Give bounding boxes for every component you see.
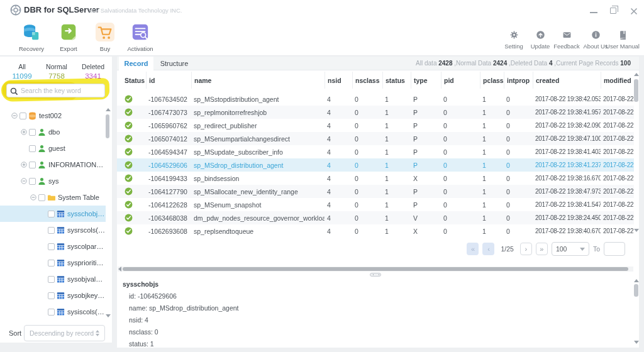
tree-checkbox[interactable] [48,276,55,283]
tree-item[interactable]: sysschobjs(2428) [0,206,106,222]
close-button[interactable] [630,8,638,15]
page-indicator: 1/25 [501,245,513,253]
column-header-nsclass[interactable]: nsclass [352,72,382,89]
cell-id: -1064122628 [146,198,191,211]
detail-vertical-scrollbar[interactable] [634,278,639,347]
cell-name: sp_MSenumpartialchangesdirect [191,132,325,145]
column-header-pid[interactable]: pid [441,72,480,89]
stat-all[interactable]: All 11099 [4,63,40,80]
tree-checkbox[interactable] [48,292,55,299]
column-header-pclass[interactable]: pclass [480,72,504,89]
expand-toggle-icon[interactable] [21,129,27,135]
column-header-created[interactable]: created [533,72,601,89]
search-box[interactable] [6,84,105,97]
recovery-icon [22,23,41,41]
tree-item[interactable]: dbo [0,124,106,140]
toolbar-recovery-button[interactable]: Recovery [12,23,51,52]
user-icon [38,145,46,153]
prev-page-button[interactable]: ‹ [482,243,494,255]
table-vertical-scrollbar[interactable] [634,72,639,234]
toolbar-export-button[interactable]: Export [49,23,88,52]
column-header-nsid[interactable]: nsid [325,72,352,89]
cell-name: sp_MSstopdistribution_agent [191,92,325,106]
search-input[interactable] [21,87,96,94]
app-logo-icon [10,4,21,16]
tree-checkbox[interactable] [48,227,55,234]
cell-pid: 0 [441,106,480,119]
collapse-toggle-icon[interactable] [30,194,36,201]
toolbar-user-manual-button[interactable]: User Manual [605,30,640,50]
table-row[interactable]: -1067634502sp_MSstopdistribution_agent40… [117,92,634,106]
column-header-id[interactable]: id [146,72,191,89]
collapse-toggle-icon[interactable] [21,178,27,184]
column-header-status[interactable]: Status [117,72,146,89]
tree-item[interactable]: INFORMATION_SCHEMA [0,157,106,173]
column-header-intprop[interactable]: intprop [504,72,533,89]
table-row[interactable]: -1065074012sp_MSenumpartialchangesdirect… [117,132,634,145]
column-header-type[interactable]: type [411,72,441,89]
table-row[interactable]: -1064199433sp_bindsession401X0102017-08-… [117,172,634,185]
tree-item[interactable]: sysiscols(653) [0,304,106,320]
tree-checkbox[interactable] [48,260,55,267]
cell-nsclass: 0 [352,92,382,106]
cell-intprop: 0 [504,198,533,211]
column-header-status[interactable]: status [382,72,411,89]
tree-checkbox[interactable] [48,309,55,316]
tree-checkbox[interactable] [29,162,36,168]
tree-checkbox[interactable] [48,211,55,217]
toolbar-buy-button[interactable]: Buy [86,23,125,52]
tree-item[interactable]: syspriorities(688) [0,255,106,271]
first-page-button[interactable]: « [467,243,479,255]
table-row[interactable]: -1064529606sp_MSdrop_distribution_agent4… [117,158,634,172]
expand-toggle-icon[interactable] [21,162,27,168]
page-size-select[interactable]: 100 [552,242,589,256]
tree-checkbox[interactable] [29,129,36,136]
tab-record[interactable]: Record [119,57,153,70]
tree-item[interactable]: sysobjkeycrypts(... [0,287,106,304]
table-row[interactable]: -1063468038dm_pdw_nodes_resource_governo… [117,211,634,224]
sort-dropdown[interactable]: Descending by record [24,325,105,341]
maximize-button[interactable] [610,8,616,14]
toolbar-activation-button[interactable]: Activation [121,23,160,52]
column-header-name[interactable]: name [191,72,325,89]
panel-splitter-handle[interactable] [370,273,381,277]
tree-item[interactable]: guest [0,140,106,157]
stat-normal[interactable]: Normal 7758 [39,63,74,80]
expander-spacer [40,211,46,217]
table-row[interactable]: -1064594347sp_MSupdate_subscriber_info40… [117,145,634,158]
tree-checkbox[interactable] [48,243,55,250]
buy-icon [96,23,114,41]
tree-checkbox[interactable] [29,145,36,152]
table-row[interactable]: -1062693608sp_replsendtoqueue401X0102017… [117,224,634,238]
table-row[interactable]: -1065960762sp_redirect_publisher401P0102… [117,119,634,132]
column-header-modified[interactable]: modified [601,72,634,89]
goto-page-input[interactable] [604,242,625,256]
cell-pid: 0 [441,185,480,198]
tree-checkbox[interactable] [29,178,36,185]
horizontal-scrollbar[interactable] [118,267,633,272]
tree-item[interactable]: test002 [0,107,106,124]
tree-item[interactable]: System Table [0,189,106,206]
tree-checkbox[interactable] [19,113,26,119]
tab-structure[interactable]: Structure [153,57,195,70]
stat-deleted[interactable]: Deleted 3341 [75,63,111,80]
cell-nsclass: 0 [352,132,382,145]
minimize-button[interactable] [590,8,597,13]
tab-strip: Record Structure All data 2428 ,Normal D… [117,57,639,70]
cell-nsid: 4 [325,224,352,238]
last-page-button[interactable]: » [536,243,548,255]
tree-checkbox[interactable] [38,194,45,201]
sidebar-scrollbar[interactable] [106,108,110,319]
tree-item[interactable]: syscolpars(1647) [0,238,106,255]
tree-item[interactable]: sysobjvalues(688) [0,271,106,287]
table-row[interactable]: -1064122628sp_MSenum_snapshot401P0102017… [117,198,634,211]
cell-id: -1063468038 [146,211,191,224]
tree-item[interactable]: sys [0,173,106,189]
table-row[interactable]: -1064127790sp_MSallocate_new_identity_ra… [117,185,634,198]
tree-item[interactable]: sysrscols(1867) [0,222,106,238]
cell-nsid: 4 [325,106,352,119]
next-page-button[interactable]: › [520,243,532,255]
collapse-toggle-icon[interactable] [11,113,18,119]
table-row[interactable]: -1067473073sp_replmonitorrefreshjob401P0… [117,106,634,119]
cell-pclass: 1 [480,211,504,224]
